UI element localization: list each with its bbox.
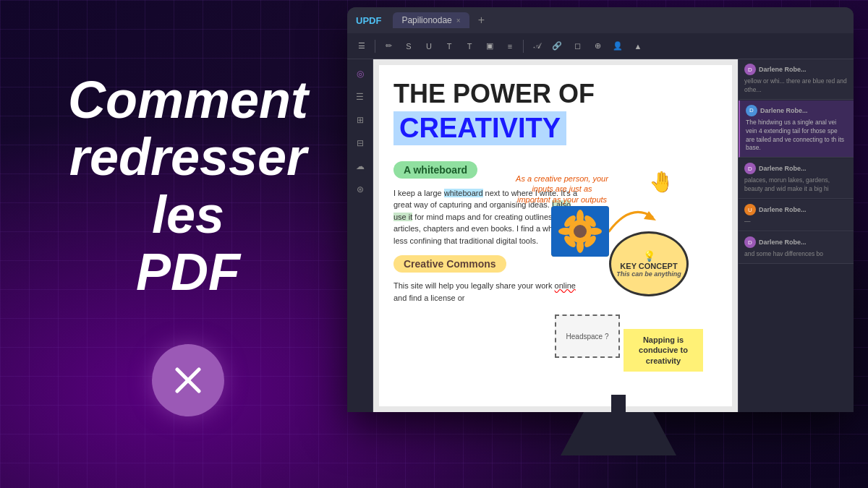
x-icon bbox=[170, 362, 206, 398]
toolbar-shape-btn[interactable]: ◻ bbox=[569, 38, 586, 55]
tab-name: Papilionodae bbox=[401, 15, 451, 25]
comment-author-4: Darlene Robe... bbox=[759, 206, 807, 213]
comment-text-3: palaces, morun lakes, gardens, beauty an… bbox=[744, 176, 848, 194]
sunflower-image bbox=[551, 206, 609, 257]
close-button[interactable] bbox=[152, 344, 224, 416]
svg-point-6 bbox=[576, 210, 584, 224]
comment-entry-2: D Darlene Robe... The hindwing us a sing… bbox=[739, 100, 854, 158]
sidebar-bookmark-icon[interactable]: ⊞ bbox=[352, 111, 369, 129]
headspace-box: Headspace ? bbox=[555, 314, 620, 358]
toolbar-share-btn[interactable]: ▲ bbox=[629, 38, 647, 55]
toolbar-separator-2 bbox=[523, 40, 524, 53]
comment-text-1: yellow or whi... there are blue red and … bbox=[744, 77, 848, 95]
comment-avatar-3: D bbox=[744, 163, 756, 174]
left-sidebar: ◎ ☰ ⊞ ⊟ ☁ ⊛ bbox=[347, 59, 373, 412]
comment-header-1: D Darlene Robe... bbox=[744, 64, 848, 75]
pdf-content: THE POWER OF CREATIVITY A whiteboard As … bbox=[373, 59, 738, 412]
toolbar-add-btn[interactable]: ⊕ bbox=[589, 38, 606, 55]
toolbar-text-btn[interactable]: T bbox=[441, 38, 458, 55]
comment-header-4: U Darlene Robe... bbox=[744, 204, 848, 215]
sidebar-pages-icon[interactable]: ☰ bbox=[352, 88, 369, 106]
app-window: UPDF Papilionodae × + ☰ ✏ S U T T ▣ ≡ 𝒜 bbox=[347, 7, 854, 412]
creative-commons-badge: Creative Commons bbox=[393, 255, 506, 273]
comment-author-3: Darlene Robe... bbox=[759, 165, 807, 172]
comment-avatar-2: D bbox=[746, 105, 757, 116]
title-bar: UPDF Papilionodae × + bbox=[347, 7, 854, 33]
key-concept-bubble: 💡 KEY CONCEPT This can be anything bbox=[609, 231, 689, 296]
active-tab[interactable]: Papilionodae × bbox=[393, 12, 469, 28]
svg-point-9 bbox=[587, 228, 602, 235]
comment-avatar-5: D bbox=[744, 236, 756, 248]
toolbar-pencil-btn[interactable]: ✏ bbox=[380, 38, 397, 55]
toolbar: ☰ ✏ S U T T ▣ ≡ 𝒜 🔗 ◻ ⊕ 👤 ▲ bbox=[347, 33, 854, 59]
sidebar-annotation-icon[interactable]: ◎ bbox=[352, 65, 369, 82]
lightbulb-icon: 💡 bbox=[643, 250, 655, 262]
new-tab-button[interactable]: + bbox=[478, 14, 485, 27]
updf-logo: UPDF bbox=[356, 15, 381, 26]
italic-overlay-text: As a creative person, your inputs are ju… bbox=[515, 174, 609, 205]
comment-author-5: Darlene Robe... bbox=[759, 239, 807, 246]
comment-author-2: Darlene Robe... bbox=[760, 107, 808, 114]
comment-entry-1: D Darlene Robe... yellow or whi... there… bbox=[739, 59, 854, 100]
comment-text-4: — bbox=[744, 218, 848, 226]
comment-avatar-4: U bbox=[744, 204, 756, 215]
comment-header-2: D Darlene Robe... bbox=[746, 105, 848, 116]
toolbar-textbox-btn[interactable]: T bbox=[461, 38, 478, 55]
highlight-whiteboard: whiteboard bbox=[444, 189, 483, 197]
toolbar-user-btn[interactable]: 👤 bbox=[609, 38, 626, 55]
sidebar-cloud-icon[interactable]: ☁ bbox=[352, 158, 369, 175]
content-area: ◎ ☰ ⊞ ⊟ ☁ ⊛ THE POWER OF CREATIVITY bbox=[347, 59, 854, 412]
sidebar-search-icon[interactable]: ⊟ bbox=[352, 134, 369, 152]
toolbar-strikethrough-btn[interactable]: S bbox=[400, 38, 417, 55]
monitor-screen: UPDF Papilionodae × + ☰ ✏ S U T T ▣ ≡ 𝒜 bbox=[347, 7, 854, 412]
key-concept-text: KEY CONCEPT bbox=[620, 262, 677, 270]
toolbar-font-btn[interactable]: 𝒜 bbox=[528, 38, 545, 55]
comment-text-2: The hindwing us a single anal vei vein 4… bbox=[746, 119, 848, 153]
left-panel: Comment redresser les PDF bbox=[0, 0, 376, 488]
comment-entry-3: D Darlene Robe... palaces, morun lakes, … bbox=[739, 158, 854, 199]
hand-wave-emoji: 🤚 bbox=[649, 170, 674, 194]
comment-text-5: and some hav differences bo bbox=[744, 250, 848, 259]
toolbar-list-btn[interactable]: ≡ bbox=[501, 38, 519, 55]
svg-point-5 bbox=[574, 225, 587, 238]
toolbar-separator bbox=[375, 40, 375, 53]
right-comments-panel: D Darlene Robe... yellow or whi... there… bbox=[738, 59, 854, 412]
cc-body-text: This site will help you legally share yo… bbox=[393, 280, 582, 304]
comment-avatar-1: D bbox=[744, 64, 756, 75]
toolbar-underline-btn[interactable]: U bbox=[420, 38, 438, 55]
pdf-page: THE POWER OF CREATIVITY A whiteboard As … bbox=[379, 65, 732, 406]
comment-header-5: D Darlene Robe... bbox=[744, 236, 848, 248]
sidebar-settings-icon[interactable]: ⊛ bbox=[352, 181, 369, 198]
comment-entry-5: D Darlene Robe... and some hav differenc… bbox=[739, 232, 854, 264]
comment-author-1: Darlene Robe... bbox=[759, 66, 807, 73]
tab-close-button[interactable]: × bbox=[456, 17, 461, 25]
comment-header-3: D Darlene Robe... bbox=[744, 163, 848, 174]
pdf-main-heading: THE POWER OF bbox=[393, 80, 718, 108]
monitor-base bbox=[561, 412, 676, 455]
toolbar-menu-btn[interactable]: ☰ bbox=[353, 38, 370, 55]
toolbar-link-btn[interactable]: 🔗 bbox=[548, 38, 566, 55]
pdf-subtitle: CREATIVITY bbox=[393, 111, 566, 145]
toolbar-table-btn[interactable]: ▣ bbox=[481, 38, 498, 55]
key-concept-sub: This can be anything bbox=[616, 270, 681, 278]
monitor: UPDF Papilionodae × + ☰ ✏ S U T T ▣ ≡ 𝒜 bbox=[347, 7, 868, 470]
svg-point-8 bbox=[558, 228, 573, 235]
svg-point-7 bbox=[576, 239, 584, 253]
main-title: Comment redresser les PDF bbox=[29, 72, 347, 301]
napping-sticky: Napping is conducive to creativity bbox=[624, 329, 703, 372]
comment-entry-4: U Darlene Robe... — bbox=[739, 200, 854, 231]
underline-online: online bbox=[555, 281, 576, 290]
whiteboard-badge: A whiteboard bbox=[393, 161, 477, 179]
